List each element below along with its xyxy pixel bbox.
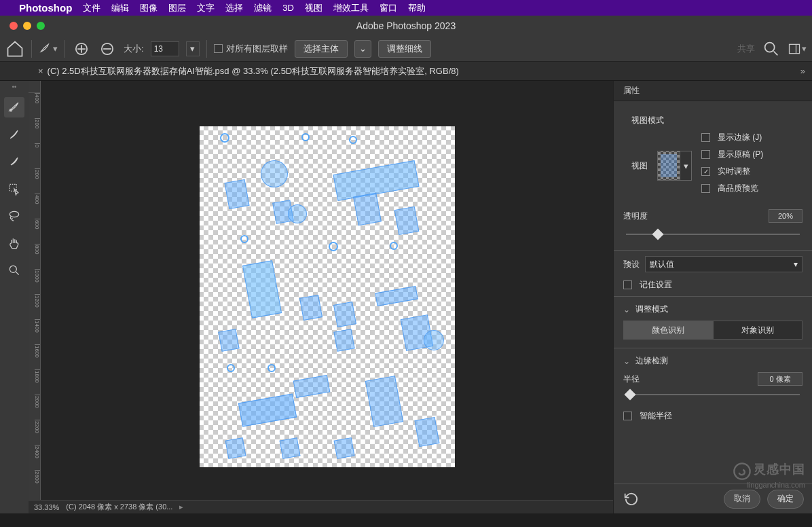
brush-tool[interactable] [4, 151, 24, 172]
object-selection-tool[interactable] [4, 179, 24, 199]
svg-point-6 [10, 211, 18, 217]
ok-button[interactable]: 确定 [767, 490, 804, 509]
smart-radius-checkbox[interactable]: 智能半径 [623, 410, 802, 422]
status-bar: 33.33% (C) 2048 像素 x 2738 像素 (30... ▸ [29, 500, 613, 513]
radius-slider[interactable] [626, 388, 800, 401]
panel-footer: 取消 确定 [614, 484, 812, 513]
sample-all-label: 对所有图层取样 [226, 43, 288, 55]
share-button[interactable]: 共享 [737, 43, 755, 55]
svg-point-7 [10, 266, 16, 272]
show-original-checkbox[interactable]: 显示原稿 (P) [701, 149, 802, 160]
menu-layer[interactable]: 图层 [168, 2, 186, 14]
size-label: 大小: [124, 43, 144, 55]
menu-window[interactable]: 窗口 [380, 2, 397, 14]
menu-edit[interactable]: 编辑 [111, 2, 129, 14]
hq-preview-checkbox[interactable]: 高品质预览 [701, 183, 802, 194]
close-window-icon[interactable] [10, 22, 18, 30]
show-edge-checkbox[interactable]: 显示边缘 (J) [701, 132, 802, 143]
maximize-window-icon[interactable] [37, 22, 45, 30]
menu-file[interactable]: 文件 [83, 2, 100, 14]
opacity-slider[interactable] [626, 228, 800, 240]
preset-label: 预设 [623, 259, 640, 270]
radius-value[interactable]: 0 像素 [758, 372, 802, 386]
watermark: 灵感中国 lingganchina.com [733, 461, 805, 484]
canvas-wrap: 1200100080060040020002004006008001000120… [29, 81, 613, 513]
quick-selection-tool[interactable] [4, 97, 24, 117]
doc-info[interactable]: (C) 2048 像素 x 2738 像素 (30... [66, 502, 172, 512]
remember-settings-checkbox[interactable]: 记住设置 [623, 279, 802, 291]
menu-select[interactable]: 选择 [225, 2, 243, 14]
tools-panel: •• [0, 81, 29, 513]
search-icon[interactable] [762, 39, 781, 58]
sample-all-layers-checkbox[interactable]: 对所有图层取样 [214, 43, 288, 55]
radius-label: 半径 [623, 374, 640, 385]
menu-image[interactable]: 图像 [140, 2, 158, 14]
svg-point-2 [765, 42, 775, 52]
options-bar: ▾ 大小: ▾ 对所有图层取样 选择主体 ⌄ 调整细线 共享 ▾ [0, 36, 812, 62]
menu-help[interactable]: 帮助 [408, 2, 426, 14]
menu-3d[interactable]: 3D [282, 3, 294, 13]
menu-filter[interactable]: 滤镜 [254, 2, 272, 14]
subtract-selection-icon[interactable] [98, 39, 117, 58]
size-dropdown-icon[interactable]: ▾ [186, 41, 200, 56]
traffic-lights [0, 22, 45, 30]
cancel-button[interactable]: 取消 [724, 490, 760, 509]
color-aware-button[interactable]: 颜色识别 [623, 321, 713, 340]
svg-point-8 [734, 463, 750, 479]
refine-brush-tool[interactable] [4, 124, 24, 145]
divider [206, 40, 207, 58]
hand-tool[interactable] [4, 233, 24, 253]
menu-plugins[interactable]: 增效工具 [333, 2, 369, 14]
mode-segment: 颜色识别 对象识别 [623, 321, 802, 340]
close-tab-icon[interactable]: × [38, 66, 43, 76]
tools-grip-icon[interactable]: •• [12, 84, 16, 90]
zoom-level[interactable]: 33.33% [34, 503, 59, 511]
realtime-checkbox[interactable]: 实时调整 [701, 166, 802, 177]
canvas-area[interactable] [41, 93, 613, 500]
opacity-value[interactable]: 20% [769, 209, 802, 223]
menu-view[interactable]: 视图 [305, 2, 322, 14]
view-mode-heading: 视图模式 [631, 115, 802, 126]
view-thumbnail[interactable] [657, 151, 680, 181]
adjust-mode-section[interactable]: ⌄调整模式 [623, 304, 802, 315]
artboard [200, 126, 455, 467]
brush-size-input[interactable] [151, 41, 179, 56]
new-selection-icon[interactable] [72, 39, 91, 58]
view-label: 视图 [631, 160, 648, 172]
app-name[interactable]: Photoshop [19, 2, 72, 14]
ruler-origin[interactable] [29, 81, 41, 93]
workspace: •• 1200100080060040020002004006008001000… [0, 81, 812, 513]
divider [31, 40, 32, 58]
minimize-window-icon[interactable] [23, 22, 31, 30]
select-subject-button[interactable]: 选择主体 [295, 40, 348, 58]
svg-rect-3 [790, 44, 800, 53]
lasso-tool[interactable] [4, 206, 24, 226]
opacity-label: 透明度 [623, 211, 648, 222]
view-dropdown-icon[interactable]: ▾ [680, 151, 692, 181]
select-subject-dropdown[interactable]: ⌄ [354, 40, 371, 58]
window-titlebar: Adobe Photoshop 2023 [0, 16, 812, 36]
expand-tabs-icon[interactable]: » [800, 66, 805, 76]
divider [64, 40, 65, 58]
workspace-switcher-icon[interactable]: ▾ [788, 39, 807, 58]
document-tab-row: × (C) 2.5D科技互联网服务器数据存储AI智能.psd @ 33.3% (… [0, 62, 812, 81]
macos-menubar: Photoshop 文件 编辑 图像 图层 文字 选择 滤镜 3D 视图 增效工… [0, 0, 812, 16]
zoom-tool[interactable] [4, 260, 24, 280]
ruler-vertical[interactable]: 4002000200400600800100012001400160018002… [29, 93, 41, 500]
properties-panel: 属性 视图模式 视图 ▾ 显示边缘 (J) 显示原稿 (P) 实时调整 高品质预… [613, 81, 812, 513]
object-aware-button[interactable]: 对象识别 [713, 321, 802, 340]
doc-info-dropdown-icon[interactable]: ▸ [179, 503, 183, 511]
edge-detection-section[interactable]: ⌄边缘检测 [623, 355, 802, 367]
refine-edge-button[interactable]: 调整细线 [378, 40, 431, 58]
menu-type[interactable]: 文字 [197, 2, 215, 14]
document-tab-title[interactable]: (C) 2.5D科技互联网服务器数据存储AI智能.psd @ 33.3% (2.… [48, 65, 459, 77]
properties-tab[interactable]: 属性 [614, 81, 812, 101]
tool-preset-button[interactable]: ▾ [39, 39, 58, 58]
reset-icon[interactable] [622, 490, 641, 509]
home-button[interactable] [5, 39, 24, 58]
window-title: Adobe Photoshop 2023 [356, 20, 456, 31]
preset-select[interactable]: 默认值▾ [645, 256, 802, 272]
